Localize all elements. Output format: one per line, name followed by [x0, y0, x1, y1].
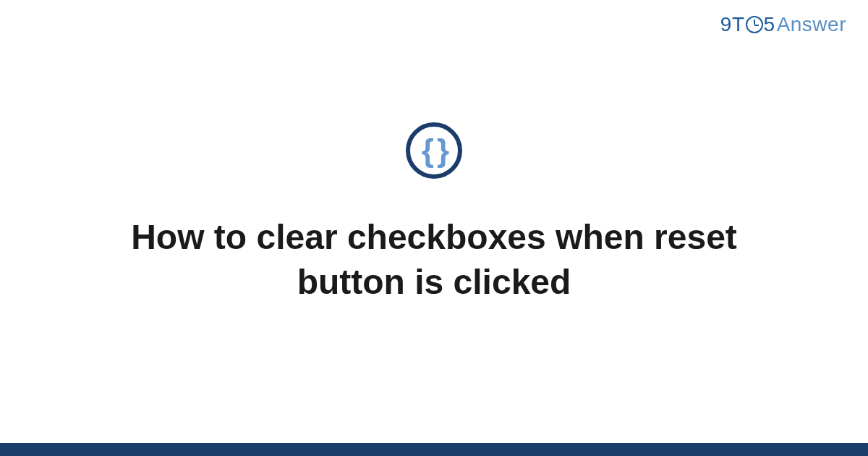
main-content: { } How to clear checkboxes when reset b… — [0, 0, 868, 456]
code-braces-icon: { } — [422, 135, 446, 166]
footer-accent-bar — [0, 443, 868, 456]
category-badge: { } — [406, 122, 462, 179]
page-title: How to clear checkboxes when reset butto… — [87, 215, 781, 305]
